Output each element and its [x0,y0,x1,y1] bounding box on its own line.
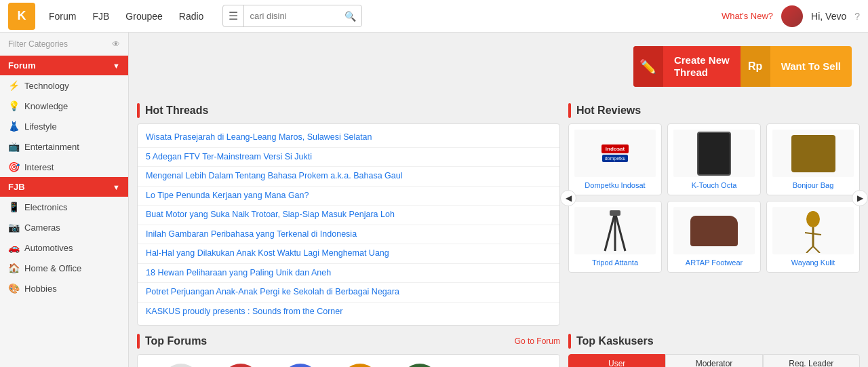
main-layout: Filter Categories 👁 Forum ▼ ⚡ Technology… [0,33,868,367]
svg-line-7 [806,246,813,253]
sidebar-item-hobbies[interactable]: 🎨 Hobbies [0,278,128,298]
thread-item[interactable]: Hal-Hal yang Dilakukan Anak Kost Waktu L… [138,244,559,264]
want-to-sell-button[interactable]: Rp Want To Sell [741,46,852,87]
tripod-svg [601,209,629,253]
sidebar-item-technology[interactable]: ⚡ Technology [0,75,128,96]
create-thread-button[interactable]: ✏️ Create NewThread [633,46,741,87]
review-card-wayang[interactable]: Wayang Kulit [766,201,860,273]
shoe-product-image [690,216,738,246]
sidebar-section-forum[interactable]: Forum ▼ [0,56,128,75]
mic-icon-circle [222,364,260,367]
automotives-label: Automotives [24,243,73,253]
thread-item[interactable]: Inilah Gambaran Peribahasa yang Terkenal… [138,225,559,245]
thread-item[interactable]: Potret Perjuangan Anak-Anak Pergi ke Sek… [138,283,559,303]
review-name-artap: ARTAP Footwear [673,258,755,267]
kaskusers-title: Top Kaskusers [576,335,654,347]
nav-fjb[interactable]: FJB [92,11,109,22]
want-to-sell-icon: Rp [741,46,770,87]
knowledge-label: Knowledge [24,101,68,111]
forum-item-world[interactable] [393,359,447,367]
top-forums-header: Top Forums Go to Forum [137,334,560,349]
nav-groupee[interactable]: Groupee [125,11,162,22]
interest-label: Interest [24,162,54,172]
help-icon[interactable]: ? [854,11,860,22]
review-img-bonjour [772,130,854,177]
svg-rect-3 [610,210,620,216]
indosat-red-badge: indosat [601,144,629,153]
reviews-prev-arrow[interactable]: ◀ [560,190,576,206]
svg-point-4 [806,211,820,227]
indosat-blue-badge: dompetku [602,155,629,162]
tab-reg-leader[interactable]: Reg. Leader [763,354,860,367]
sidebar-section-fjb[interactable]: FJB ▼ [0,177,128,197]
svg-line-2 [615,212,625,251]
tab-user[interactable]: User [568,354,665,367]
sidebar-item-interest[interactable]: 🎯 Interest [0,157,128,177]
forum-item-sport[interactable] [333,359,387,367]
fjb-section-label: FJB [8,182,25,192]
reviews-next-arrow[interactable]: ▶ [852,190,868,206]
sidebar-item-lifestyle[interactable]: 👗 Lifestyle [0,116,128,136]
pencil-icon-circle [281,364,319,367]
header: K Forum FJB Groupee Radio ☰ 🔍 What's New… [0,0,868,33]
review-img-tripod [574,207,656,254]
sidebar-item-knowledge[interactable]: 💡 Knowledge [0,96,128,116]
filter-icon[interactable]: 👁 [112,39,120,49]
top-forums-section: Top Forums Go to Forum ◀ [137,334,560,367]
menu-icon[interactable]: ☰ [223,5,244,26]
sidebar-item-cameras[interactable]: 📷 Cameras [0,217,128,237]
thread-item[interactable]: 18 Hewan Peliharaan yang Paling Unik dan… [138,264,559,284]
go-to-forum-link[interactable]: Go to Forum [515,336,560,346]
review-card-bonjour[interactable]: Bonjour Bag [766,123,860,195]
home-office-icon: 🏠 [8,263,19,273]
thread-item[interactable]: Mengenal Lebih Dalam Tentang Bahasa Prok… [138,167,559,187]
top-forums-title: Top Forums [145,335,207,347]
home-office-label: Home & Office [24,263,81,273]
review-card-dompetku[interactable]: indosat dompetku Dompetku Indosat [568,123,662,195]
review-card-tripod[interactable]: Tripod Attanta [568,201,662,273]
review-card-artap[interactable]: ARTAP Footwear [667,201,761,273]
forum-item-news[interactable] [154,359,208,367]
indosat-logo: indosat dompetku [591,136,639,170]
thread-item[interactable]: KASKUS proudly presents : Sounds from th… [138,303,559,322]
lifestyle-icon: 👗 [8,121,19,132]
fjb-chevron-icon: ▼ [113,183,120,191]
review-img-artap [673,207,755,254]
hot-reviews-title: Hot Reviews [576,104,641,117]
tablet-product-image [697,132,731,176]
nav-radio[interactable]: Radio [179,11,204,22]
review-img-wayang [772,207,854,254]
thread-item[interactable]: Wisata Prasejarah di Leang-Leang Maros, … [138,128,559,148]
bottom-section: Top Forums Go to Forum ◀ [137,334,860,367]
knowledge-icon: 💡 [8,100,19,111]
nav-forum[interactable]: Forum [49,11,76,22]
hot-threads-title: Hot Threads [145,104,208,117]
svg-line-0 [605,212,615,251]
hot-threads-header: Hot Threads [137,103,560,118]
avatar[interactable] [781,5,803,27]
forum-item-lounge[interactable] [273,359,328,367]
entertainment-label: Entertainment [24,142,79,152]
forum-item-berita[interactable] [214,359,268,367]
review-card-ktouch[interactable]: K-Touch Octa [667,123,761,195]
want-to-sell-label: Want To Sell [770,60,852,73]
search-button[interactable]: 🔍 [339,7,361,26]
thread-item[interactable]: Buat Motor yang Suka Naik Trotoar, Siap-… [138,206,559,225]
sidebar-item-electronics[interactable]: 📱 Electronics [0,197,128,217]
entertainment-icon: 📺 [8,141,19,152]
reviews-grid: indosat dompetku Dompetku Indosat K-Touc… [568,123,860,273]
review-img-ktouch [673,130,755,177]
thread-item[interactable]: 5 Adegan FTV Ter-Mainstream Versi Si Juk… [138,148,559,168]
reviews-container: ◀ indosat dompetku Dompetku Indosat [568,123,860,273]
sidebar-item-automotives[interactable]: 🚗 Automotives [0,237,128,258]
sidebar-item-home-office[interactable]: 🏠 Home & Office [0,258,128,278]
logo[interactable]: K [8,3,35,30]
whats-new-link[interactable]: What's New? [722,11,773,21]
section-bar [137,103,140,118]
tab-moderator[interactable]: Moderator [665,354,762,367]
thread-item[interactable]: Lo Tipe Penunda Kerjaan yang Mana Gan? [138,187,559,206]
main-nav: Forum FJB Groupee Radio [49,11,203,22]
forums-row: ◀ [137,354,560,367]
sidebar-item-entertainment[interactable]: 📺 Entertainment [0,136,128,157]
search-input[interactable] [244,7,339,25]
